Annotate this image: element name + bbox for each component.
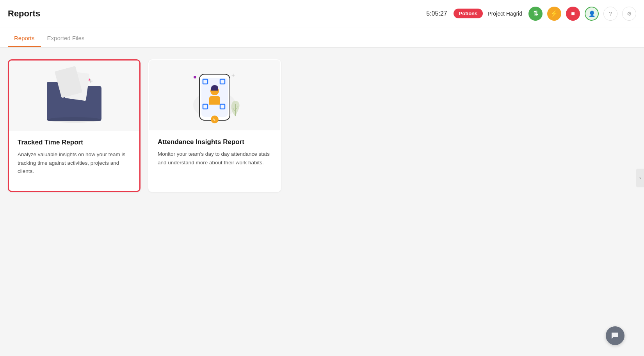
lightning-icon-button[interactable]: ⚡ <box>547 7 561 21</box>
stop-icon-button[interactable]: ■ <box>566 7 580 21</box>
dot-purple <box>194 76 196 78</box>
phone-body <box>199 74 230 121</box>
attendance-illustration: + <box>149 60 280 130</box>
tracked-time-desc: Analyze valuable insights on how your te… <box>18 150 131 176</box>
tabs-bar: Reports Exported Files <box>0 27 644 48</box>
svg-rect-4 <box>220 79 225 84</box>
swap-icon-button[interactable]: ⇅ <box>528 7 543 21</box>
phone-illustration: + <box>183 68 246 123</box>
page-title: Reports <box>8 9 40 19</box>
attendance-desc: Monitor your team's day to day attendanc… <box>158 150 272 167</box>
attendance-title: Attendance Insights Report <box>158 138 272 146</box>
shadow-ellipse <box>47 117 101 123</box>
header: Reports 5:05:27 Potions Project Hagrid ⇅… <box>0 0 644 27</box>
tracked-time-card-body: Tracked Time Report Analyze valuable ins… <box>9 131 139 185</box>
svg-rect-3 <box>203 79 208 84</box>
attendance-card-body: Attendance Insights Report Monitor your … <box>149 130 280 176</box>
folder-illustration: + <box>43 70 105 121</box>
tracked-time-title: Tracked Time Report <box>18 139 131 146</box>
phone-screen <box>201 78 228 117</box>
person-head <box>210 87 219 95</box>
main-content: + Tracked Time Report Analyze valuable i… <box>0 48 644 356</box>
chat-button[interactable] <box>606 326 624 345</box>
leaf-icon <box>229 99 241 117</box>
tab-reports[interactable]: Reports <box>8 29 41 47</box>
project-name: Project Hagrid <box>487 11 522 17</box>
person-avatar <box>207 87 222 108</box>
attendance-report-card[interactable]: + <box>148 59 281 192</box>
tracked-time-report-card[interactable]: + Tracked Time Report Analyze valuable i… <box>8 59 141 192</box>
header-time: 5:05:27 <box>426 10 447 17</box>
header-right: 5:05:27 Potions Project Hagrid ⇅ ⚡ ■ 👤 ?… <box>426 7 636 21</box>
person-hair <box>211 85 218 91</box>
phone-plus-icon: + <box>231 72 235 79</box>
person-body <box>209 96 220 105</box>
svg-text:✎: ✎ <box>213 118 216 122</box>
plus-icon: + <box>89 77 93 85</box>
chat-icon <box>610 331 620 340</box>
settings-icon-button[interactable]: ⚙ <box>622 7 636 21</box>
potions-badge[interactable]: Potions <box>454 9 483 18</box>
expand-arrow[interactable]: › <box>636 169 644 187</box>
help-icon-button[interactable]: ? <box>603 7 617 21</box>
tab-exported-files[interactable]: Exported Files <box>41 29 91 47</box>
tracked-time-illustration: + <box>9 61 139 131</box>
person-icon-button[interactable]: 👤 <box>585 7 599 21</box>
phone-badge: ✎ <box>211 116 219 123</box>
